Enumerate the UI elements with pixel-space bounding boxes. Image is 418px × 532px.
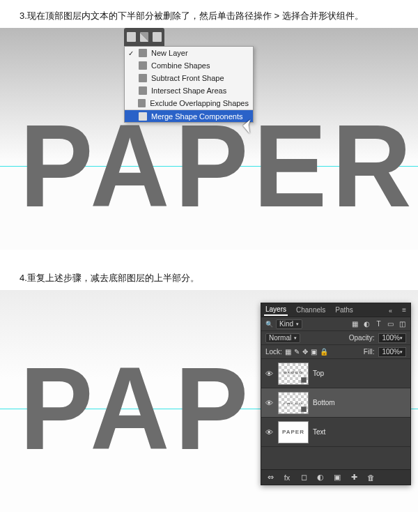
mask-icon[interactable]: ◻ xyxy=(299,473,309,482)
lock-row: Lock: ▦ ✎ ✥ ▣ 🔒 Fill: 100% ▾ xyxy=(261,345,410,359)
path-ops-toolbar[interactable] xyxy=(124,28,164,46)
panel-footer: ⇔ fx ◻ ◐ ▣ ✚ 🗑 xyxy=(261,469,410,485)
chevron-down-icon: ▾ xyxy=(294,335,297,341)
visibility-icon[interactable]: 👁 xyxy=(264,399,274,407)
figure-2: PAPER Layers Channels Paths « ≡ 🔍 Kind ▾… xyxy=(0,290,418,512)
thumb-text: PAPER xyxy=(284,400,304,405)
search-icon: 🔍 xyxy=(265,321,273,328)
lock-artboard-icon[interactable]: ▣ xyxy=(311,348,317,356)
adjust-icon[interactable]: ◐ xyxy=(316,473,325,482)
step-3-text: 3.现在顶部图层内文本的下半部分被删除了，然后单击路径操作 > 选择合并形状组件… xyxy=(0,0,418,28)
filter-type-icon[interactable]: T xyxy=(375,320,382,328)
figure-1: PAPER ✓ New Layer Combine Shapes Subtrac… xyxy=(0,28,418,250)
layer-name[interactable]: Bottom xyxy=(313,399,335,406)
menu-label: New Layer xyxy=(151,49,188,57)
chevron-down-icon: ▾ xyxy=(400,349,403,355)
path-ops-menu: ✓ New Layer Combine Shapes Subtract Fron… xyxy=(124,46,254,123)
tab-layers[interactable]: Layers xyxy=(264,304,288,316)
visibility-icon[interactable]: 👁 xyxy=(264,428,274,436)
fill-input[interactable]: 100% ▾ xyxy=(378,347,406,357)
menu-item-new-layer[interactable]: ✓ New Layer xyxy=(125,47,253,59)
panel-menu-icon[interactable]: ≡ xyxy=(402,306,406,314)
group-icon[interactable]: ▣ xyxy=(332,473,342,482)
opacity-label: Opacity: xyxy=(349,334,375,342)
blend-mode-dropdown[interactable]: Normal ▾ xyxy=(265,333,300,343)
menu-item-intersect[interactable]: Intersect Shape Areas xyxy=(125,84,253,97)
lock-all-icon[interactable]: 🔒 xyxy=(320,348,328,356)
align-icon[interactable] xyxy=(140,32,149,42)
thumb-text: PAPER xyxy=(284,371,304,376)
filter-row: 🔍 Kind ▾ ▦ ◐ T ▭ ◫ xyxy=(261,317,410,331)
layer-row[interactable]: 👁 PAPER Bottom xyxy=(261,388,410,418)
opacity-input[interactable]: 100% ▾ xyxy=(378,333,406,343)
tab-paths[interactable]: Paths xyxy=(334,305,355,315)
new-layer-icon xyxy=(139,49,147,57)
merge-icon xyxy=(139,112,147,121)
check-icon: ✓ xyxy=(127,50,134,57)
thumb-badge-icon xyxy=(301,406,307,412)
kind-label: Kind xyxy=(279,320,293,328)
layer-name[interactable]: Text xyxy=(313,428,325,436)
combine-icon xyxy=(139,61,147,70)
menu-label: Intersect Shape Areas xyxy=(151,86,226,95)
chevron-down-icon: ▾ xyxy=(296,321,299,327)
layer-name[interactable]: Top xyxy=(313,370,324,377)
filter-smart-icon[interactable]: ◫ xyxy=(398,320,406,328)
menu-item-subtract[interactable]: Subtract Front Shape xyxy=(125,72,253,84)
lock-move-icon[interactable]: ✥ xyxy=(302,348,308,356)
exclude-icon xyxy=(138,99,146,107)
lock-label: Lock: xyxy=(265,348,282,356)
trash-icon[interactable]: 🗑 xyxy=(366,473,376,482)
visibility-icon[interactable]: 👁 xyxy=(264,370,274,378)
tab-channels[interactable]: Channels xyxy=(295,305,327,315)
fx-icon[interactable]: fx xyxy=(282,473,292,482)
layer-thumb[interactable]: PAPER xyxy=(278,421,309,443)
arrange-icon[interactable] xyxy=(153,32,162,42)
link-icon[interactable]: ⇔ xyxy=(265,473,275,482)
thumb-text: PAPER xyxy=(282,429,304,435)
menu-label: Combine Shapes xyxy=(151,61,210,70)
subtract-icon xyxy=(139,74,147,82)
kind-dropdown[interactable]: Kind ▾ xyxy=(276,319,302,329)
intersect-icon xyxy=(139,86,147,95)
lock-image-icon[interactable]: ▦ xyxy=(285,348,291,356)
thumb-badge-icon xyxy=(301,377,307,383)
blend-mode-value: Normal xyxy=(269,334,291,342)
menu-item-exclude[interactable]: Exclude Overlapping Shapes xyxy=(125,97,253,109)
layer-thumb[interactable]: PAPER xyxy=(278,363,309,385)
menu-item-combine[interactable]: Combine Shapes xyxy=(125,59,253,72)
layer-row[interactable]: 👁 PAPER Top xyxy=(261,359,410,388)
layer-thumb[interactable]: PAPER xyxy=(278,392,309,414)
collapse-icon[interactable]: « xyxy=(389,307,392,314)
menu-label: Subtract Front Shape xyxy=(151,74,224,82)
chevron-down-icon: ▾ xyxy=(400,335,403,341)
fill-value: 100% xyxy=(382,348,400,356)
layers-panel: Layers Channels Paths « ≡ 🔍 Kind ▾ ▦ ◐ T… xyxy=(261,303,411,485)
filter-image-icon[interactable]: ▦ xyxy=(351,320,359,328)
menu-label: Exclude Overlapping Shapes xyxy=(150,99,249,107)
lock-brush-icon[interactable]: ✎ xyxy=(294,348,300,356)
filter-adjust-icon[interactable]: ◐ xyxy=(363,320,371,328)
layers-list: 👁 PAPER Top 👁 PAPER Bottom 👁 PAPER xyxy=(261,359,410,469)
menu-item-merge[interactable]: Merge Shape Components xyxy=(125,109,253,122)
fill-label: Fill: xyxy=(364,348,375,356)
blend-row: Normal ▾ Opacity: 100% ▾ xyxy=(261,331,410,345)
path-mode-icon[interactable] xyxy=(127,32,136,42)
filter-shape-icon[interactable]: ▭ xyxy=(387,320,394,328)
opacity-value: 100% xyxy=(382,334,400,342)
new-layer-icon[interactable]: ✚ xyxy=(349,473,359,482)
layer-row[interactable]: 👁 PAPER Text xyxy=(261,418,410,447)
step-4-text: 4.重复上述步骤，减去底部图层的上半部分。 xyxy=(0,250,418,290)
menu-label: Merge Shape Components xyxy=(151,112,242,121)
panel-tabs: Layers Channels Paths « ≡ xyxy=(261,303,410,317)
